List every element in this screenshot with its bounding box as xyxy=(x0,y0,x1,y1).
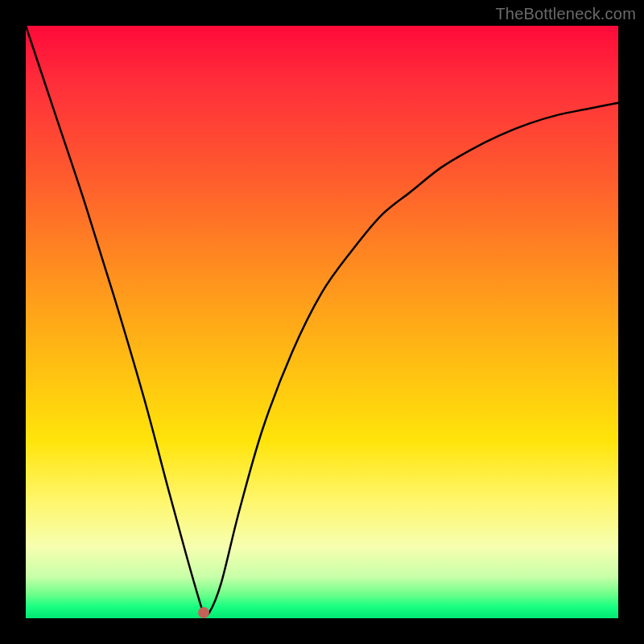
bottleneck-curve xyxy=(26,26,618,618)
attribution-label: TheBottleneck.com xyxy=(495,5,636,23)
curve-path xyxy=(26,26,618,615)
chart-frame: TheBottleneck.com xyxy=(0,0,644,644)
plot-area xyxy=(26,26,618,618)
minimum-marker xyxy=(198,607,209,618)
